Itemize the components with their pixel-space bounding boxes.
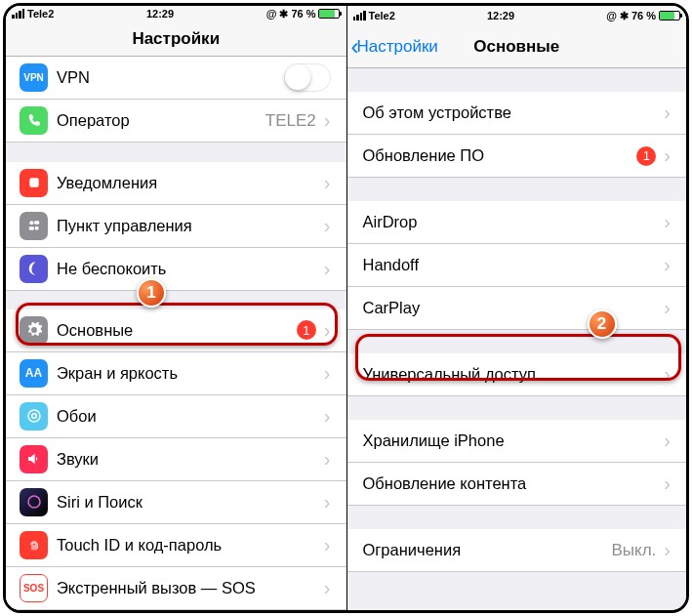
badge: 1 [636,146,656,166]
row-accessibility[interactable]: Универсальный доступ › [347,353,687,396]
vpn-toggle[interactable] [284,63,331,92]
sync-icon: @ [266,8,277,20]
nav-bar: ‹ Настройки Основные [347,25,687,68]
status-bar: Tele2 12:29 @ ✱ 76 % [347,6,687,25]
svg-rect-4 [34,221,39,224]
label: CarPlay [363,299,665,317]
svg-point-6 [31,414,36,419]
row-software-update[interactable]: Обновление ПО 1 › [347,135,687,178]
label: AirDrop [363,213,665,231]
svg-rect-3 [28,226,33,229]
general-settings-screen: Tele2 12:29 @ ✱ 76 % ‹ Настройки Основны… [346,6,687,610]
signal-icon [12,9,24,19]
svg-point-7 [28,496,40,508]
chevron-right-icon: › [324,491,331,513]
label: VPN [57,68,284,87]
bluetooth-icon: ✱ [620,10,629,22]
label: Siri и Поиск [57,493,324,512]
chevron-right-icon: › [324,319,331,342]
row-dnd[interactable]: Не беспокоить › [6,248,346,291]
row-notifications[interactable]: Уведомления › [6,162,346,205]
row-storage[interactable]: Хранилище iPhone › [347,420,687,463]
carrier-label: Tele2 [369,10,395,21]
label: Хранилище iPhone [363,431,665,450]
label: Touch ID и код-пароль [57,536,324,554]
nav-bar: Настройки [6,21,346,57]
row-wallpaper[interactable]: Обои › [6,395,346,438]
chevron-right-icon: › [664,254,671,276]
clock: 12:29 [487,10,514,21]
wallpaper-icon [20,402,48,431]
svg-point-5 [28,410,40,422]
label: Handoff [363,256,665,274]
annotation-callout-1: 1 [137,278,166,308]
battery-percent: 76 % [291,8,315,20]
battery-icon [659,11,680,21]
phone-icon [20,106,48,135]
label: Уведомления [57,174,324,192]
label: Основные [57,321,297,340]
back-button[interactable]: ‹ Настройки [347,33,438,61]
row-background-refresh[interactable]: Обновление контента › [347,463,687,506]
row-display[interactable]: AA Экран и яркость › [6,352,346,395]
svg-rect-0 [29,178,38,186]
siri-icon [20,488,48,516]
label: Обновление контента [363,474,665,493]
chevron-right-icon: › [664,102,671,124]
chevron-right-icon: › [324,405,331,428]
row-restrictions[interactable]: Ограничения Выкл. › [347,529,687,572]
badge: 1 [297,320,316,340]
row-siri[interactable]: Siri и Поиск › [6,481,346,524]
signal-icon [353,11,366,21]
row-handoff[interactable]: Handoff › [347,244,687,287]
chevron-right-icon: › [664,363,671,386]
settings-root-screen: Tele2 12:29 @ ✱ 76 % Настройки VPN VPN О… [6,6,346,610]
back-label: Настройки [357,37,438,57]
row-sos[interactable]: SOS Экстренный вызов — SOS › [6,567,346,610]
battery-icon [318,9,340,19]
row-airdrop[interactable]: AirDrop › [347,201,687,244]
page-title: Настройки [6,29,346,49]
control-center-icon [20,212,48,240]
display-icon: AA [20,359,48,388]
fingerprint-icon [20,531,48,559]
chevron-right-icon: › [664,539,671,561]
svg-point-2 [34,226,38,230]
value: TELE2 [265,111,316,131]
label: Пункт управления [57,217,324,235]
label: Экран и яркость [57,364,324,383]
row-sounds[interactable]: Звуки › [6,438,346,481]
row-vpn[interactable]: VPN VPN [6,57,346,100]
row-about[interactable]: Об этом устройстве › [347,92,687,135]
battery-percent: 76 % [631,10,656,21]
row-carrier[interactable]: Оператор TELE2 › [6,100,346,143]
label: Оператор [57,111,265,130]
label: Экстренный вызов — SOS [57,579,324,597]
row-carplay[interactable]: CarPlay › [347,287,687,330]
chevron-right-icon: › [664,211,671,233]
chevron-right-icon: › [324,258,331,280]
chevron-right-icon: › [324,109,331,132]
label: Ограничения [363,541,612,559]
chevron-right-icon: › [664,297,671,319]
moon-icon [20,255,48,283]
chevron-right-icon: › [664,430,671,452]
carrier-label: Tele2 [27,8,54,20]
row-touchid[interactable]: Touch ID и код-пароль › [6,524,346,567]
chevron-right-icon: › [324,172,331,194]
chevron-right-icon: › [324,215,331,237]
notification-icon [20,169,48,197]
gear-icon [20,316,48,345]
chevron-right-icon: › [324,577,331,599]
sound-icon [20,445,48,473]
row-control-center[interactable]: Пункт управления › [6,205,346,248]
chevron-right-icon: › [664,472,671,495]
row-general[interactable]: Основные 1 › [6,309,346,352]
vpn-icon: VPN [20,63,48,92]
value: Выкл. [611,541,656,560]
label: Обои [57,407,324,426]
svg-point-1 [29,221,33,225]
chevron-right-icon: › [324,448,331,471]
label: Обновление ПО [363,146,637,165]
label: Не беспокоить [57,260,324,278]
